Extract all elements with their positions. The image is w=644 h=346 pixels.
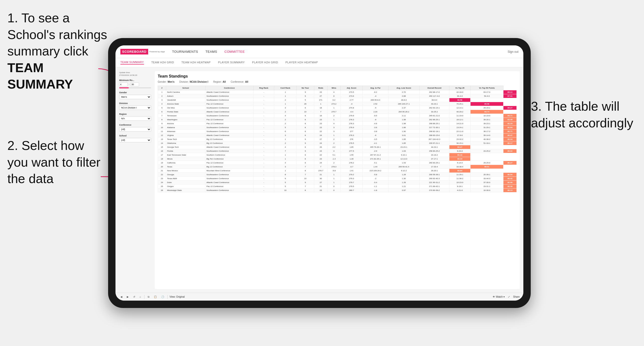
col-vs-top25: Vs Top 25 <box>450 86 470 90</box>
cell-data: 18 <box>314 106 328 110</box>
cell-data: 2.70 <box>388 90 420 94</box>
toolbar-copy[interactable]: ⧉ <box>146 295 150 299</box>
cell-data: 2 <box>327 114 340 118</box>
cell-data: 221 90-31-2 <box>420 180 450 184</box>
cell-score: 80.47 <box>450 145 470 149</box>
division-select[interactable]: NCAA Division I NCAA Division II NAIA <box>119 106 151 110</box>
cell-rank: 11 <box>158 130 166 134</box>
toolbar-watch[interactable]: 👁 Watch ▾ <box>493 296 505 298</box>
sign-out[interactable]: Sign out <box>508 50 518 53</box>
table-row: 16FloridaSoutheastern Conference-7924427… <box>158 149 517 153</box>
cell-data: 21 <box>314 184 328 188</box>
nav-teams[interactable]: TEAMS <box>206 50 217 53</box>
cell-data: -4.4 <box>340 110 363 114</box>
cell-data: 27-17-1 <box>420 157 450 161</box>
cell-data: 1 <box>327 118 340 122</box>
cell-data: 279.5 <box>340 184 363 188</box>
toolbar-forward[interactable]: ▶ <box>126 295 130 299</box>
table-scroll[interactable]: # School Conference Reg Rank Conf Rank N… <box>158 86 517 286</box>
cell-data: 24 <box>314 161 328 165</box>
school-select[interactable]: (All) <box>119 138 151 142</box>
cell-data: 2 <box>327 161 340 165</box>
toolbar-paste[interactable]: 📋 <box>152 295 158 299</box>
cell-data: 17-9-0 <box>450 134 470 137</box>
cell-data: 276.3 <box>340 122 363 126</box>
col-rnds: Rnds <box>314 86 328 90</box>
subnav-team-h2h-grid[interactable]: TEAM H2H GRID <box>151 61 174 64</box>
table-row: 7TennesseeSoutheastern Conference-481622… <box>158 114 517 118</box>
cell-data: 8 <box>296 145 314 149</box>
rank-to-input[interactable] <box>130 82 139 86</box>
rank-range-dash: - <box>129 83 130 86</box>
cell-data: 264 95-29-2 <box>388 110 420 114</box>
cell-score: 80.34 <box>504 137 517 141</box>
rank-from-input[interactable] <box>119 82 128 86</box>
cell-data: 17-33-4 <box>420 165 450 169</box>
cell-data: 274.8 <box>340 106 363 110</box>
cell-data: 23-16-2 <box>420 153 450 157</box>
subnav-player-h2h-grid[interactable]: PLAYER H2H GRID <box>252 61 278 64</box>
cell-rank: 8 <box>158 118 166 122</box>
data-table: # School Conference Reg Rank Conf Rank N… <box>158 86 517 192</box>
subnav-player-summary[interactable]: PLAYER SUMMARY <box>218 61 245 64</box>
toolbar-expand[interactable]: ⤢ <box>507 295 511 299</box>
cell-data: 3 <box>327 126 340 130</box>
cell-school: Arkansas <box>166 130 206 134</box>
toolbar-reload[interactable]: ↺ <box>132 295 136 299</box>
cell-data: -9.5 <box>363 114 388 118</box>
cell-data: 22 <box>314 130 328 134</box>
cell-data: -1.4 <box>327 157 340 161</box>
cell-data: - <box>253 90 274 94</box>
region-select[interactable]: N/A All <box>119 116 151 121</box>
filter-region-label: Region <box>119 113 151 115</box>
cell-data: 30-4-0 <box>450 94 470 98</box>
cell-score: 80.34 <box>450 157 470 161</box>
cell-data: 1.85 <box>388 141 420 145</box>
cell-data: 2 <box>274 118 296 122</box>
cell-data: 33-38-4 <box>450 165 470 169</box>
toolbar-clock[interactable]: 🕐 <box>160 295 165 299</box>
toolbar-share[interactable]: Share <box>513 296 520 298</box>
cell-data: 6 <box>296 106 314 110</box>
cell-data: 0 <box>327 184 340 188</box>
toolbar-home[interactable]: ⌂ <box>138 295 142 299</box>
cell-data: 1 <box>327 106 340 110</box>
cell-school: Florida State <box>166 110 206 114</box>
cell-data: 3 <box>274 165 296 169</box>
nav-tournaments[interactable]: TOURNAMENTS <box>172 50 198 53</box>
cell-conference: Pac-12 Conference <box>206 118 253 122</box>
cell-data: -3.8 <box>363 130 388 134</box>
filter-gender-label: Gender <box>119 91 151 94</box>
gender-select[interactable]: Men's Women's <box>119 95 151 99</box>
cell-school: Georgia <box>166 173 206 177</box>
toolbar-back[interactable]: ◀ <box>119 295 124 299</box>
cell-data: 24 <box>314 149 328 153</box>
cell-data: -0.4 <box>363 180 388 184</box>
cell-data: 217 72-30-1 <box>420 126 450 130</box>
cell-data: 4 <box>327 122 340 126</box>
cell-data: 14-21-0 <box>450 122 470 126</box>
toolbar-view[interactable]: View: Original <box>170 296 185 298</box>
conference-select[interactable]: (All) <box>119 127 151 132</box>
cell-conference: Big Ten Conference <box>206 157 253 161</box>
cell-data: 276 <box>340 137 363 141</box>
col-reg-rank: Reg Rank <box>253 86 274 90</box>
cell-data: 1.39 <box>388 180 420 184</box>
subnav-team-summary[interactable]: TEAM SUMMARY <box>120 61 144 65</box>
subnav-team-h2h-heatmap[interactable]: TEAM H2H HEATMAP <box>181 61 210 64</box>
cell-data: 5 <box>274 126 296 130</box>
table-row: 6Florida StateAtlantic Coast Conference-… <box>158 110 517 114</box>
cell-score: 83.49 <box>504 118 517 122</box>
cell-data: 4 <box>327 149 340 153</box>
cell-data: - <box>253 173 274 177</box>
cell-data: - <box>253 145 274 149</box>
cell-school: Texas Tech <box>166 137 206 141</box>
filter-gender-display: Gender: Men's <box>158 80 174 83</box>
rank-slider[interactable] <box>119 87 151 88</box>
cell-conference: Southeastern Conference <box>206 149 253 153</box>
cell-data: 2 <box>274 98 296 102</box>
nav-committee[interactable]: COMMITTEE <box>224 50 245 53</box>
subnav-player-h2h-heatmap[interactable]: PLAYER H2H HEATMAP <box>286 61 318 64</box>
cell-conference: Atlantic Coast Conference <box>206 145 253 149</box>
cell-data: 269 92-40-3 <box>420 177 450 180</box>
